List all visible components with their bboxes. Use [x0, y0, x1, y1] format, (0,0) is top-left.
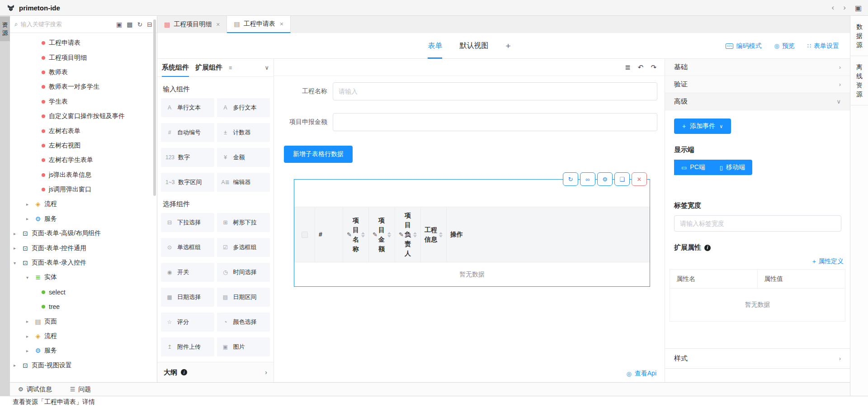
code-mode-button[interactable]: </> 编码模式 — [726, 42, 762, 50]
view-api-link[interactable]: ◎ 查看Api — [626, 370, 656, 378]
tree-item-left-tree-right-view[interactable]: 左树右视图 — [10, 138, 157, 153]
tree-item-project-item-detail[interactable]: 工程项目明细 — [10, 50, 157, 65]
twisty-icon[interactable]: ▸ — [26, 348, 33, 353]
view-tab-default-view[interactable]: 默认视图 — [459, 33, 488, 59]
sort-icon[interactable] — [361, 232, 365, 237]
label-width-input[interactable] — [674, 215, 841, 232]
palette-item-image[interactable]: ▣ 图片 — [217, 337, 270, 356]
debug-info-tab[interactable]: ⚙ 调试信息 — [18, 385, 52, 394]
palette-item-number-range[interactable]: 1~3 数字区间 — [161, 173, 214, 192]
style-section-row[interactable]: 样式 › — [665, 348, 850, 369]
locate-file-icon[interactable]: ▣ — [116, 21, 122, 28]
palette-menu-icon[interactable]: ≡ — [229, 65, 232, 71]
palette-item-editor[interactable]: A≣ 编辑器 — [217, 173, 270, 192]
section-validation[interactable]: 验证 › — [665, 76, 850, 93]
strip-tab-offline-resources[interactable]: 离线资源 — [850, 56, 868, 105]
palette-item-date-picker[interactable]: ▦ 日期选择 — [161, 288, 214, 307]
delete-icon[interactable]: ✕ — [632, 172, 647, 186]
palette-item-multi-line-text[interactable]: A 多行文本 — [217, 98, 270, 117]
twisty-icon[interactable]: ▸ — [14, 246, 21, 251]
tree-item-left-tree-right-form[interactable]: 左树右表单 — [10, 123, 157, 138]
palette-item-radio-group[interactable]: ⊙ 单选框组 — [161, 238, 214, 257]
palette-item-tree-dropdown[interactable]: ⊞ 树形下拉 — [217, 213, 270, 232]
link-icon[interactable]: ∞ — [580, 172, 595, 186]
save-icon[interactable]: ▣ — [855, 4, 862, 12]
mobile-side-button[interactable]: ▯ 移动端 — [712, 160, 752, 175]
palette-tab-system[interactable]: 系统组件 — [162, 59, 189, 77]
project-amount-input[interactable] — [333, 113, 657, 131]
palette-item-file-upload[interactable]: ↥ 附件上传 — [161, 337, 214, 356]
view-tab-form[interactable]: 表单 — [428, 33, 442, 59]
outline-icon[interactable]: ≣ — [625, 63, 631, 71]
tree-item-project-apply-form[interactable]: 工程申请表 — [10, 36, 157, 50]
palette-item-switch[interactable]: ◉ 开关 — [161, 263, 214, 282]
column-project-info[interactable]: ✎ 工程信息 — [420, 207, 446, 262]
palette-item-number[interactable]: 123 数字 — [161, 148, 214, 167]
palette-item-time-picker[interactable]: ◷ 时间选择 — [217, 263, 270, 282]
outline-bar[interactable]: 大纲 i › — [157, 362, 274, 382]
tree-item-js-call-popup-window[interactable]: js调用弹出窗口 — [10, 182, 157, 197]
column-project-name[interactable]: ✎ 项目名称 — [343, 207, 368, 262]
refresh-icon[interactable]: ↻ — [137, 21, 143, 28]
strip-tab-resources[interactable]: 资源 — [0, 17, 10, 41]
redo-icon[interactable]: ↷ — [651, 63, 656, 71]
tree-group-process-2[interactable]: ▸ ◈ 流程 — [10, 329, 157, 343]
new-folder-icon[interactable]: ▩ — [127, 21, 132, 28]
tree-group-process[interactable]: ▸ ◈ 流程 — [10, 197, 157, 211]
tree-item-tree[interactable]: tree — [10, 299, 157, 314]
palette-item-rate[interactable]: ☆ 评分 — [161, 313, 214, 332]
tree-group-service[interactable]: ▸ ⚙ 服务 — [10, 212, 157, 226]
close-icon[interactable]: × — [280, 20, 283, 28]
tree-item-teacher-one-to-many[interactable]: 教师表一对多学生 — [10, 80, 157, 94]
search-input[interactable] — [21, 21, 113, 28]
twisty-icon[interactable]: ▸ — [26, 216, 33, 221]
palette-item-checkbox-group[interactable]: ☑ 多选框组 — [217, 238, 270, 257]
column-project-owner[interactable]: ✎ 项目负责人 — [395, 207, 420, 262]
tree-item-teacher-table[interactable]: 教师表 — [10, 65, 157, 80]
twisty-icon[interactable]: ▸ — [14, 231, 21, 236]
subtable-widget-selected[interactable]: ↻∞⚙❏✕ ✎ ✎ # — [294, 179, 650, 287]
palette-item-counter[interactable]: ± 计数器 — [217, 123, 270, 142]
twisty-icon[interactable]: ▸ — [26, 334, 33, 339]
checkbox[interactable] — [302, 232, 308, 238]
problems-tab[interactable]: ☰ 问题 — [70, 385, 91, 394]
palette-item-date-range[interactable]: ▤ 日期区间 — [217, 288, 270, 307]
tree-item-custom-window-events[interactable]: 自定义窗口操作按钮及事件 — [10, 109, 157, 123]
twisty-icon[interactable]: ▾ — [26, 275, 33, 280]
palette-item-single-line-text[interactable]: A 单行文本 — [161, 98, 214, 117]
preview-button[interactable]: ◎ 预览 — [774, 42, 794, 50]
tree-group-page-form-common[interactable]: ▸ ⊡ 页面-表单-控件通用 — [10, 241, 157, 255]
add-view-button[interactable]: + — [505, 33, 510, 59]
palette-item-auto-number[interactable]: # 自动编号 — [161, 123, 214, 142]
sort-icon[interactable] — [387, 232, 391, 237]
twisty-icon[interactable]: ▾ — [14, 261, 21, 266]
tree-group-page-form-advanced[interactable]: ▸ ⊡ 页面-表单-高级/布局组件 — [10, 226, 157, 241]
tree-item-js-popup-form-info[interactable]: js弹出表单信息 — [10, 168, 157, 182]
column-checkbox[interactable]: ✎ — [294, 207, 315, 262]
sort-icon[interactable] — [413, 232, 417, 237]
tree-group-page[interactable]: ▸ ▤ 页面 — [10, 314, 157, 328]
tree-group-service-2[interactable]: ▸ ⚙ 服务 — [10, 343, 157, 358]
section-advanced[interactable]: 高级 ∨ — [665, 93, 850, 110]
column-actions[interactable]: ✎ 操作 — [446, 207, 650, 262]
tree-group-entity[interactable]: ▾ ≣ 实体 — [10, 270, 157, 285]
strip-tab-datasource[interactable]: 数据源 — [850, 16, 868, 56]
pc-side-button[interactable]: ▭ PC端 — [674, 160, 712, 175]
project-name-input[interactable] — [333, 82, 657, 100]
palette-collapse-icon[interactable]: ∨ — [264, 64, 269, 71]
twisty-icon[interactable]: ▸ — [26, 319, 33, 324]
tree-item-select[interactable]: select — [10, 285, 157, 299]
collapse-all-icon[interactable]: ⊟ — [147, 21, 152, 28]
refresh-icon[interactable]: ↻ — [563, 172, 578, 186]
nav-back-icon[interactable]: ‹ — [832, 3, 835, 12]
file-tab-project-apply-form[interactable]: ▤ 工程申请表 × — [227, 16, 290, 33]
form-field-row[interactable]: 项目申报金额 — [284, 113, 657, 131]
twisty-icon[interactable]: ▸ — [26, 202, 33, 207]
file-tab-project-item-detail[interactable]: ▤ 工程项目明细 × — [157, 16, 227, 33]
palette-item-color-picker[interactable]: ◔ 颜色选择 — [217, 313, 270, 332]
add-subtable-row-button[interactable]: 新增子表格行数据 — [284, 146, 353, 163]
sort-icon[interactable] — [439, 232, 443, 237]
tree-scrollbar[interactable] — [153, 19, 156, 196]
add-event-button[interactable]: + 添加事件 ∨ — [674, 119, 731, 134]
close-icon[interactable]: × — [216, 21, 220, 28]
